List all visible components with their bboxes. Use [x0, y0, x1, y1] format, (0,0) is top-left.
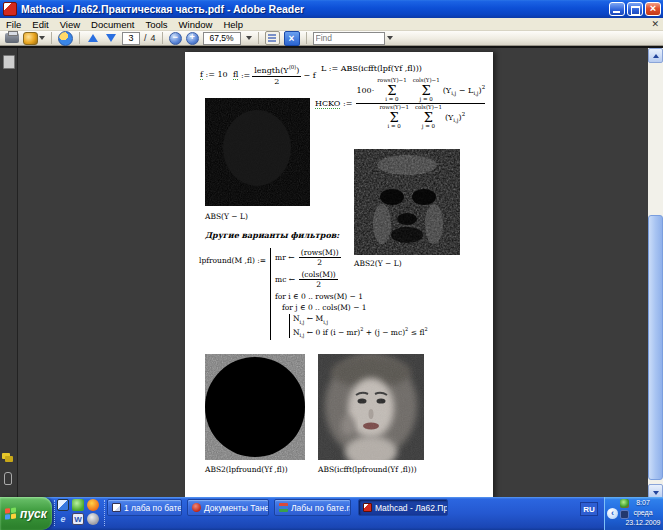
assign-op: :=	[343, 99, 352, 108]
hidden-icons-chevron[interactable]: ‹	[607, 508, 618, 519]
collaborate-button[interactable]	[58, 32, 73, 45]
taskbar: пуск 1 лаба по бате - Mic... Документы Т…	[0, 497, 663, 530]
adobe-reader-window: Mathcad - Ла62.Практическая часть.pdf - …	[0, 0, 663, 530]
toolbar-separator	[79, 32, 80, 44]
task-button-winrar[interactable]: Лабы по бате.rar - ...	[274, 499, 351, 516]
zoom-in-button[interactable]	[186, 32, 199, 45]
task-label: Mathcad - Ла62.Пра...	[375, 503, 448, 513]
var-hcko: HCKO	[315, 99, 340, 109]
zoom-chevron-down-icon[interactable]	[246, 36, 252, 40]
sigma-icon: Σ	[422, 84, 431, 97]
sum-lower-limit: i = 0	[385, 97, 398, 103]
menu-window[interactable]: Window	[179, 19, 213, 30]
menu-file[interactable]: File	[6, 19, 21, 30]
assign-op: :=	[241, 71, 250, 80]
restore-button[interactable]	[627, 2, 643, 16]
attachments-panel-icon[interactable]	[4, 472, 12, 485]
next-page-button[interactable]	[104, 32, 118, 45]
show-desktop-icon[interactable]	[57, 499, 69, 511]
sum-lower-limit: j = 0	[420, 97, 433, 103]
quick-launch	[57, 499, 103, 528]
word-doc-icon	[112, 503, 121, 512]
formula-f-definition: f := 10	[200, 70, 228, 79]
program-line-for-i: for i ∈ 0 .. rows(M) − 1	[275, 292, 428, 301]
page-number-input[interactable]	[122, 32, 140, 45]
clock-day: среда	[625, 508, 661, 518]
image-abs-icfft-portrait	[318, 354, 424, 460]
zoom-level-select[interactable]: 67,5%	[203, 32, 241, 45]
print-button[interactable]	[5, 32, 19, 45]
formula-lpfround-program: lpfround(M ,fl) := mr ← (rows(M))2 mc ← …	[199, 248, 428, 340]
scroll-up-icon[interactable]	[648, 48, 663, 63]
comments-panel-icon[interactable]	[2, 453, 14, 462]
previous-page-button[interactable]	[86, 32, 100, 45]
sum-lower-limit: i = 0	[387, 124, 400, 130]
sigma-icon: Σ	[390, 111, 399, 124]
sum-rows: rows(Y)−1 Σ i = 0	[379, 105, 409, 129]
adobe-reader-icon[interactable]	[3, 2, 17, 16]
toolbar-separator	[51, 32, 52, 44]
clock-date: 23.12.2009	[625, 518, 661, 528]
opera-icon[interactable]	[87, 513, 99, 525]
clock[interactable]: 8:07 среда 23.12.2009	[625, 498, 661, 528]
menu-document[interactable]: Document	[91, 19, 134, 30]
menubar-close-icon[interactable]: ✕	[651, 19, 659, 29]
language-indicator[interactable]: RU	[580, 502, 598, 516]
formula-hcko: HCKO := 100· rows(Y)−1 Σ i = 0 cols(Y)−1…	[315, 78, 485, 129]
mr-assign: mr ←	[275, 253, 294, 262]
toolbar-separator	[306, 32, 307, 44]
start-label: пуск	[20, 507, 47, 521]
system-tray: ‹ 8:07 среда 23.12.2009	[604, 497, 663, 530]
formula-fl-definition: fl := length(Y⟨0⟩) 2 − f	[233, 64, 316, 87]
assign-op: :=	[206, 70, 215, 79]
find-input[interactable]	[313, 32, 385, 45]
share-button[interactable]	[23, 32, 45, 45]
image-label: ABS(Y − L)	[205, 212, 248, 221]
language-code: RU	[583, 505, 595, 514]
scrollbar-thumb[interactable]	[648, 215, 663, 480]
fl-tail: − f	[303, 71, 315, 80]
program-line-assign-n: Ni,j ← Mi,j	[293, 314, 428, 325]
page-total: 4	[151, 33, 156, 43]
fullscreen-mode-button[interactable]	[284, 32, 300, 45]
menu-edit[interactable]: Edit	[32, 19, 48, 30]
hcko-fraction: 100· rows(Y)−1 Σ i = 0 cols(Y)−1 Σ j = 0…	[356, 78, 485, 129]
word-icon[interactable]	[72, 513, 84, 525]
pdf-page: f := 10 fl := length(Y⟨0⟩) 2 − f L := AB…	[185, 52, 493, 499]
sigma-icon: Σ	[387, 84, 396, 97]
minimize-button[interactable]	[609, 2, 625, 16]
section-title: Другие варианты фильтров:	[205, 230, 339, 240]
document-pane: f := 10 fl := length(Y⟨0⟩) 2 − f L := AB…	[0, 46, 663, 497]
mr-numerator: (rows(M))	[299, 248, 341, 258]
internet-explorer-icon[interactable]	[57, 513, 69, 525]
find-chevron-down-icon[interactable]	[387, 36, 393, 40]
antivirus-icon[interactable]	[72, 499, 84, 511]
menu-help[interactable]: Help	[223, 19, 243, 30]
formula-l-definition: L := ABS(icfft(lpf(Yf ,fl)))	[321, 64, 422, 73]
task-button-mathcad-pdf[interactable]: Mathcad - Ла62.Пра...	[358, 499, 448, 516]
scrolling-mode-button[interactable]	[265, 32, 280, 45]
chevron-down-icon	[39, 36, 45, 40]
winrar-icon	[279, 503, 288, 512]
program-line-for-j: for j ∈ 0 .. cols(M) − 1	[282, 303, 428, 312]
start-button[interactable]: пуск	[0, 497, 52, 530]
image-abs2-y-minus-l	[354, 149, 460, 255]
fl-denominator: 2	[274, 77, 279, 87]
globe-icon	[58, 31, 73, 46]
fullscreen-icon	[284, 31, 300, 46]
menu-tools[interactable]: Tools	[145, 19, 167, 30]
fl-fraction: length(Y⟨0⟩) 2	[252, 64, 301, 87]
vertical-scrollbar[interactable]	[648, 48, 663, 499]
close-button[interactable]	[645, 2, 661, 16]
pages-panel-icon[interactable]	[3, 55, 15, 69]
clock-time: 8:07	[625, 498, 661, 508]
zoom-out-button[interactable]	[169, 32, 182, 45]
task-label: Документы Танечки	[204, 503, 269, 513]
task-button-documents[interactable]: Документы Танечки	[187, 499, 269, 516]
task-button-word-doc[interactable]: 1 лаба по бате - Mic...	[107, 499, 182, 516]
firefox-icon[interactable]	[87, 499, 99, 511]
menu-view[interactable]: View	[60, 19, 80, 30]
program-line-assign-zero: Ni,j ← 0 if (i − mr)2 + (j − mc)2 ≤ fl2	[293, 326, 428, 338]
find-group	[313, 32, 393, 45]
zoom-level-value: 67,5%	[209, 33, 233, 43]
